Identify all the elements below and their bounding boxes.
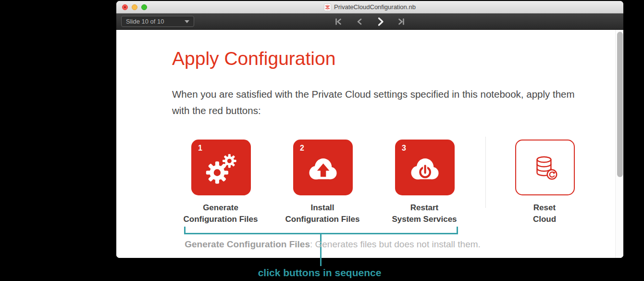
next-slide-button[interactable] (375, 16, 386, 27)
step-number-badge: 1 (198, 144, 202, 153)
gears-icon (203, 150, 239, 187)
first-slide-icon (334, 17, 342, 26)
last-slide-icon (397, 17, 406, 26)
fullscreen-button[interactable] (141, 4, 147, 10)
cloud-power-icon (406, 151, 444, 186)
slide-content: Apply Configuration When you are satisfi… (116, 30, 623, 258)
footnote-term: Generate Configuration Files (185, 239, 310, 249)
last-slide-button[interactable] (396, 16, 407, 27)
vertical-divider (485, 137, 486, 208)
database-refresh-icon (529, 152, 561, 185)
next-slide-icon (376, 16, 384, 27)
notebook-window: PrivateCloudConfiguration.nb Slide 10 of… (116, 1, 623, 258)
restart-system-services-label: Restart System Services (372, 202, 477, 225)
slide-selector-dropdown[interactable]: Slide 10 of 10 (121, 16, 194, 27)
traffic-lights (122, 4, 147, 10)
close-button[interactable] (122, 4, 128, 10)
restart-system-services-button[interactable]: 3 (395, 140, 455, 195)
install-configuration-files-button[interactable]: 2 (293, 140, 353, 195)
notebook-doc-icon (324, 3, 331, 11)
cloud-upload-icon (304, 151, 342, 186)
scrollbar-thumb[interactable] (617, 32, 623, 177)
slideshow-toolbar: Slide 10 of 10 (116, 13, 623, 30)
reset-cloud-button[interactable] (515, 140, 575, 195)
reset-cloud-label: Reset Cloud (492, 202, 597, 225)
previous-slide-icon (356, 17, 363, 26)
install-configuration-files-label: Install Configuration Files (270, 202, 375, 225)
generate-configuration-files-label: Generate Configuration Files (168, 202, 273, 225)
generate-configuration-files-button[interactable]: 1 (191, 140, 251, 195)
scrollbar-track[interactable] (615, 30, 623, 258)
titlebar: PrivateCloudConfiguration.nb (116, 1, 623, 13)
intro-text: When you are satisfied with the Private … (172, 86, 581, 119)
first-slide-button[interactable] (333, 16, 344, 27)
slide-heading: Apply Configuration (172, 48, 335, 69)
minimize-button[interactable] (132, 4, 137, 10)
footnote-description: : Generates files but does not install t… (310, 239, 481, 249)
previous-slide-button[interactable] (354, 16, 365, 27)
window-title: PrivateCloudConfiguration.nb (334, 3, 416, 11)
annotation-label: click buttons in sequence (223, 267, 416, 279)
chevron-down-icon (185, 20, 189, 23)
footnote-text: Generate Configuration Files: Generates … (174, 239, 491, 250)
slide-nav-group (333, 16, 407, 27)
slide-selector-label: Slide 10 of 10 (126, 18, 164, 25)
annotation-stem (320, 258, 322, 266)
